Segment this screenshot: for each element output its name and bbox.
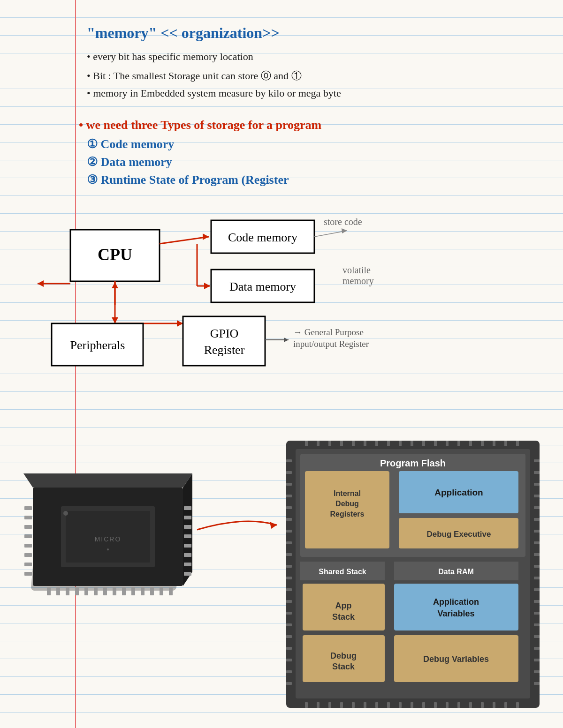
svg-text:MICRO: MICRO [95,535,122,543]
svg-text:Code memory: Code memory [228,231,297,244]
svg-rect-135 [534,518,540,521]
svg-text:Debug Executive: Debug Executive [427,530,491,539]
svg-rect-81 [411,441,413,446]
svg-text:Variables: Variables [437,609,474,618]
svg-marker-10 [204,283,210,289]
svg-rect-74 [328,441,331,446]
svg-rect-41 [84,587,88,595]
svg-rect-107 [493,702,495,708]
svg-rect-59 [184,506,191,510]
svg-text:Stack: Stack [332,662,355,671]
svg-rect-141 [534,588,540,591]
svg-text:Data RAM: Data RAM [438,568,474,576]
svg-rect-145 [534,635,540,638]
storage-title: • we need three Types of storage for a p… [79,118,321,132]
svg-marker-70 [270,522,277,529]
svg-text:input/output Register: input/output Register [293,339,369,349]
svg-text:Registers: Registers [330,510,365,518]
svg-rect-116 [286,530,292,533]
svg-rect-73 [317,441,320,446]
svg-text:Stack: Stack [332,612,355,622]
svg-rect-144 [534,623,540,626]
svg-rect-21 [183,316,265,366]
svg-text:Internal: Internal [334,489,361,497]
svg-rect-55 [24,544,32,548]
svg-rect-77 [364,441,366,446]
svg-marker-33 [183,473,192,586]
svg-rect-98 [387,702,390,708]
svg-rect-140 [534,577,540,579]
svg-marker-32 [23,473,192,488]
svg-rect-129 [286,682,292,685]
svg-rect-117 [286,541,292,544]
svg-rect-138 [534,553,540,556]
svg-rect-38 [56,587,60,595]
svg-rect-95 [352,702,355,708]
svg-rect-90 [516,441,519,446]
svg-text:GPIO: GPIO [210,327,239,340]
svg-rect-39 [66,587,69,595]
svg-text:Register: Register [204,343,245,357]
svg-rect-100 [411,702,413,708]
memory-diagram: CPU Code memory Data memory [23,202,446,403]
svg-marker-16 [177,320,183,327]
svg-rect-86 [469,441,472,446]
svg-text:Application: Application [434,488,483,497]
svg-marker-25 [284,338,289,342]
svg-rect-109 [516,702,519,708]
svg-rect-60 [184,516,191,519]
svg-rect-47 [141,587,145,595]
svg-rect-61 [184,525,191,529]
svg-rect-66 [184,572,191,576]
svg-text:Debug: Debug [335,500,359,508]
svg-rect-46 [131,587,135,595]
svg-rect-115 [286,518,292,521]
svg-marker-27 [342,228,347,233]
svg-rect-121 [286,588,292,591]
svg-text:Data memory: Data memory [229,280,296,293]
svg-rect-114 [286,506,292,509]
svg-rect-99 [399,702,402,708]
svg-rect-58 [24,572,32,576]
svg-rect-72 [305,441,308,446]
svg-rect-126 [286,647,292,650]
svg-rect-94 [340,702,343,708]
svg-rect-96 [364,702,366,708]
svg-rect-113 [286,495,292,497]
svg-rect-105 [469,702,472,708]
storage-item-3: ③ Runtime State of Program (Register [87,173,289,187]
svg-rect-92 [317,702,320,708]
svg-rect-76 [352,441,355,446]
svg-rect-37 [47,587,51,595]
svg-text:●: ● [107,547,109,552]
svg-rect-149 [534,682,540,685]
svg-rect-148 [534,670,540,673]
svg-rect-53 [24,525,32,529]
svg-rect-104 [457,702,460,708]
svg-rect-143 [534,612,540,615]
svg-marker-18 [112,282,118,288]
svg-rect-51 [24,506,32,510]
svg-rect-89 [504,441,507,446]
svg-rect-65 [184,563,191,566]
svg-text:App: App [335,601,352,610]
svg-rect-119 [286,565,292,568]
svg-line-6 [160,237,209,244]
svg-rect-128 [286,670,292,673]
svg-rect-80 [399,441,402,446]
svg-rect-56 [24,553,32,557]
svg-rect-97 [375,702,378,708]
svg-rect-108 [504,702,507,708]
svg-rect-101 [422,702,425,708]
svg-text:Debug Variables: Debug Variables [423,654,489,664]
svg-rect-132 [534,483,540,486]
svg-rect-111 [286,471,292,474]
svg-rect-124 [286,623,292,626]
svg-rect-62 [184,534,191,538]
bullet-3: • memory in Embedded system measure by k… [87,87,341,99]
bullet-1: • every bit has specific memory location [87,51,253,63]
svg-rect-84 [446,441,449,446]
svg-text:Peripherals: Peripherals [70,338,125,352]
svg-rect-54 [24,534,32,538]
svg-text:→ General Purpose: → General Purpose [293,327,364,337]
